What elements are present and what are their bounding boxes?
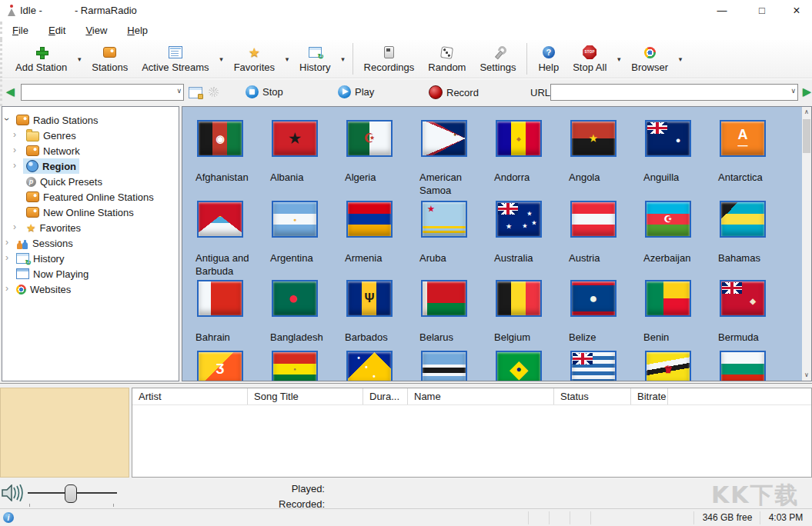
expand-chevron-icon[interactable]: ›: [13, 221, 16, 232]
play-label: Play: [355, 86, 374, 98]
menu-file[interactable]: File: [2, 22, 38, 40]
toolbar-arrow-active-streams[interactable]: ▾: [216, 40, 227, 78]
expand-chevron-icon[interactable]: ›: [5, 283, 8, 294]
tree-item-favorites[interactable]: ›★Favorites: [2, 220, 179, 235]
flag-grid-scrollbar[interactable]: ∧ ∨: [802, 107, 811, 381]
flag-anguilla-icon: ●: [645, 120, 691, 157]
column-header-name[interactable]: Name: [408, 388, 554, 404]
toolbar-separator: [526, 43, 527, 75]
equalizer-button[interactable]: [209, 87, 219, 97]
flag-emblem: ◆: [750, 298, 756, 305]
toolbar-button-browser[interactable]: Browser: [624, 40, 675, 78]
scroll-down-icon[interactable]: ∨: [802, 370, 811, 381]
flag-azerbaijan-icon: ☪: [645, 201, 691, 238]
station-combobox[interactable]: ∨: [21, 84, 184, 101]
info-icon[interactable]: i: [3, 512, 14, 523]
collapse-chevron-icon[interactable]: ›: [2, 118, 12, 121]
tree-item-region[interactable]: ›Region: [2, 158, 179, 174]
toolbar-button-settings[interactable]: Settings: [473, 40, 523, 78]
stopall-icon: STOP: [583, 45, 596, 59]
stop-button[interactable]: Stop: [246, 85, 283, 98]
toolbar-button-history[interactable]: History: [292, 40, 337, 78]
slider-tick: [29, 504, 30, 507]
station-combo-input[interactable]: [23, 85, 172, 99]
expand-chevron-icon[interactable]: ›: [13, 129, 16, 140]
tree-item-sessions[interactable]: ›Sessions: [2, 235, 179, 251]
flag-angola-icon: ★: [570, 120, 617, 157]
toolbar-arrow-browser[interactable]: ▾: [675, 40, 686, 78]
column-header-dura[interactable]: Dura...: [363, 388, 408, 404]
station-combo-arrow-icon[interactable]: ∨: [176, 87, 182, 95]
scrollbar-thumb[interactable]: [803, 119, 810, 153]
country-label: American Samoa: [419, 171, 492, 197]
history-icon: [309, 47, 322, 58]
chrome-icon: [644, 47, 656, 58]
record-icon: [429, 85, 443, 99]
tree-item-label: Radio Stations: [33, 115, 99, 126]
tree-item-radio-stations[interactable]: ›Radio Stations: [2, 112, 179, 128]
maximize-button[interactable]: □: [750, 2, 774, 19]
toolbar-arrow-add-station[interactable]: ▾: [74, 40, 85, 78]
toolbar-button-recordings[interactable]: Recordings: [357, 40, 422, 78]
menu-help[interactable]: Help: [117, 22, 158, 40]
toolbar-arrow-favorites[interactable]: ▾: [282, 40, 292, 78]
scroll-up-icon[interactable]: ∧: [802, 107, 811, 118]
tree-item-new-online-stations[interactable]: New Online Stations: [2, 205, 179, 220]
menu-edit[interactable]: Edit: [38, 22, 75, 40]
play-button[interactable]: Play: [338, 85, 374, 98]
tree-item-websites[interactable]: ›Websites: [2, 281, 179, 297]
flag-emblem: •: [373, 373, 376, 381]
tree-item-featured-online-stations[interactable]: Featured Online Stations: [2, 189, 179, 205]
expand-chevron-icon[interactable]: ›: [5, 252, 8, 263]
go-button[interactable]: ▶: [803, 86, 811, 97]
speaker-icon[interactable]: [2, 484, 25, 501]
flag-american-samoa-icon: ●: [421, 120, 467, 157]
column-header-song-title[interactable]: Song Title: [248, 388, 363, 404]
station-details-button[interactable]: [189, 87, 202, 98]
tree-item-now-playing[interactable]: Now Playing: [2, 266, 179, 281]
flag-armenia-icon: [346, 201, 393, 238]
flag-australia-icon: ★★★★: [496, 201, 542, 238]
flag-albania-icon: ★: [272, 120, 318, 157]
menu-view[interactable]: View: [75, 22, 117, 40]
close-button[interactable]: ×: [784, 2, 809, 19]
globe-icon: [26, 160, 38, 172]
volume-slider-thumb[interactable]: [65, 484, 77, 503]
flag-bulgaria-icon: [720, 351, 766, 381]
minimize-button[interactable]: —: [710, 2, 734, 19]
tree-item-quick-presets[interactable]: pQuick Presets: [2, 174, 179, 189]
toolbar-button-active-streams[interactable]: Active Streams: [135, 40, 216, 78]
column-header-artist[interactable]: Artist: [132, 388, 248, 404]
tree-item-label: New Online Stations: [43, 207, 134, 218]
url-combo-input[interactable]: [553, 85, 787, 99]
toolbar-label: Favorites: [234, 62, 275, 73]
tree-item-genres[interactable]: ›Genres: [2, 128, 179, 143]
expand-chevron-icon[interactable]: ›: [5, 237, 8, 248]
url-combo-arrow-icon[interactable]: ∨: [790, 87, 796, 95]
toolbar-button-add-station[interactable]: Add Station: [8, 40, 74, 78]
union-jack-icon: [722, 282, 742, 294]
record-button[interactable]: Record: [429, 85, 479, 99]
expand-chevron-icon[interactable]: ›: [13, 160, 16, 171]
column-header-status[interactable]: Status: [554, 388, 631, 404]
tree-item-network[interactable]: ›Network: [2, 143, 179, 158]
toolbar-label: Stations: [92, 62, 128, 73]
toolbar-button-random[interactable]: Random: [421, 40, 473, 78]
toolbar-button-stations[interactable]: Stations: [85, 40, 135, 78]
tree-item-label: Genres: [43, 130, 76, 141]
expand-chevron-icon[interactable]: ›: [13, 145, 16, 155]
flag-emblem: ★: [590, 134, 598, 143]
url-combobox[interactable]: ∨: [550, 84, 798, 101]
tree-item-history[interactable]: ›History: [2, 251, 179, 266]
tree-item-label: Quick Presets: [40, 176, 102, 188]
column-header-bitrate[interactable]: Bitrate: [631, 388, 668, 404]
tree-item-label: Websites: [30, 284, 71, 295]
toolbar-button-help[interactable]: ?Help: [531, 40, 566, 78]
toolbar-arrow-stop-all[interactable]: ▾: [613, 40, 624, 78]
toolbar-button-stop-all[interactable]: STOPStop All: [566, 40, 613, 78]
toolbar-button-favorites[interactable]: ★Favorites: [227, 40, 282, 78]
country-label: Bahrain: [195, 331, 268, 344]
back-button[interactable]: ◀: [6, 86, 15, 97]
tree-item-label: Region: [42, 161, 76, 172]
toolbar-arrow-history[interactable]: ▾: [338, 40, 349, 78]
